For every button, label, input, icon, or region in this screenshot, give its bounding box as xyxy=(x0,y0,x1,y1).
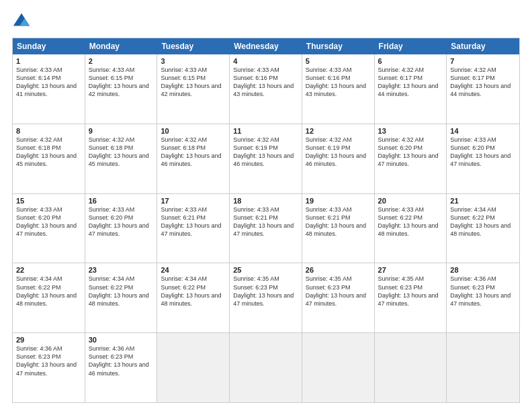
calendar-cell: 22Sunrise: 4:34 AM Sunset: 6:22 PM Dayli… xyxy=(13,263,85,332)
cell-info: Sunrise: 4:33 AM Sunset: 6:16 PM Dayligh… xyxy=(306,66,371,99)
calendar-cell: 17Sunrise: 4:33 AM Sunset: 6:21 PM Dayli… xyxy=(157,194,230,263)
cell-info: Sunrise: 4:34 AM Sunset: 6:22 PM Dayligh… xyxy=(161,275,226,308)
cell-info: Sunrise: 4:34 AM Sunset: 6:22 PM Dayligh… xyxy=(89,275,154,308)
day-number: 1 xyxy=(16,57,81,65)
calendar-cell: 19Sunrise: 4:33 AM Sunset: 6:21 PM Dayli… xyxy=(302,194,375,263)
day-number: 28 xyxy=(450,266,516,274)
cell-info: Sunrise: 4:33 AM Sunset: 6:20 PM Dayligh… xyxy=(450,136,516,169)
calendar-cell: 15Sunrise: 4:33 AM Sunset: 6:20 PM Dayli… xyxy=(13,194,85,263)
calendar-cell: 20Sunrise: 4:33 AM Sunset: 6:22 PM Dayli… xyxy=(375,194,447,263)
calendar-cell: 2Sunrise: 4:33 AM Sunset: 6:15 PM Daylig… xyxy=(85,54,158,124)
calendar-cell: 9Sunrise: 4:32 AM Sunset: 6:18 PM Daylig… xyxy=(85,124,158,193)
header-day-saturday: Saturday xyxy=(447,38,519,54)
cell-info: Sunrise: 4:32 AM Sunset: 6:18 PM Dayligh… xyxy=(16,136,81,169)
day-number: 8 xyxy=(16,127,81,135)
day-number: 14 xyxy=(450,127,516,135)
calendar-cell: 30Sunrise: 4:36 AM Sunset: 6:23 PM Dayli… xyxy=(85,333,158,402)
cell-info: Sunrise: 4:35 AM Sunset: 6:23 PM Dayligh… xyxy=(378,275,443,308)
day-number: 19 xyxy=(306,197,371,205)
day-number: 7 xyxy=(450,57,516,65)
cell-info: Sunrise: 4:33 AM Sunset: 6:20 PM Dayligh… xyxy=(16,205,81,238)
day-number: 9 xyxy=(89,127,154,135)
calendar-cell: 23Sunrise: 4:34 AM Sunset: 6:22 PM Dayli… xyxy=(85,263,158,332)
cell-info: Sunrise: 4:32 AM Sunset: 6:19 PM Dayligh… xyxy=(233,136,298,169)
cell-info: Sunrise: 4:33 AM Sunset: 6:21 PM Dayligh… xyxy=(306,205,371,238)
cell-info: Sunrise: 4:33 AM Sunset: 6:16 PM Dayligh… xyxy=(233,66,298,99)
day-number: 4 xyxy=(233,57,298,65)
cell-info: Sunrise: 4:32 AM Sunset: 6:18 PM Dayligh… xyxy=(161,136,226,169)
cell-info: Sunrise: 4:36 AM Sunset: 6:23 PM Dayligh… xyxy=(16,345,81,377)
day-number: 10 xyxy=(161,127,226,135)
page: SundayMondayTuesdayWednesdayThursdayFrid… xyxy=(0,0,532,411)
day-number: 12 xyxy=(306,127,371,135)
header-day-friday: Friday xyxy=(375,38,447,54)
cell-info: Sunrise: 4:33 AM Sunset: 6:21 PM Dayligh… xyxy=(233,205,298,238)
cell-info: Sunrise: 4:36 AM Sunset: 6:23 PM Dayligh… xyxy=(89,345,154,377)
day-number: 22 xyxy=(16,266,81,274)
cell-info: Sunrise: 4:32 AM Sunset: 6:17 PM Dayligh… xyxy=(378,66,443,99)
calendar-cell: 1Sunrise: 4:33 AM Sunset: 6:14 PM Daylig… xyxy=(13,54,85,124)
cell-info: Sunrise: 4:33 AM Sunset: 6:20 PM Dayligh… xyxy=(89,205,154,238)
calendar-cell: 13Sunrise: 4:32 AM Sunset: 6:20 PM Dayli… xyxy=(375,124,447,193)
day-number: 20 xyxy=(378,197,443,205)
cell-info: Sunrise: 4:32 AM Sunset: 6:18 PM Dayligh… xyxy=(89,136,154,169)
cell-info: Sunrise: 4:32 AM Sunset: 6:20 PM Dayligh… xyxy=(378,136,443,169)
calendar-row-2: 15Sunrise: 4:33 AM Sunset: 6:20 PM Dayli… xyxy=(13,193,519,263)
day-number: 13 xyxy=(378,127,443,135)
cell-info: Sunrise: 4:33 AM Sunset: 6:15 PM Dayligh… xyxy=(89,66,154,99)
day-number: 29 xyxy=(16,336,81,344)
cell-info: Sunrise: 4:33 AM Sunset: 6:15 PM Dayligh… xyxy=(161,66,226,99)
header-day-wednesday: Wednesday xyxy=(230,38,302,54)
calendar-cell xyxy=(302,333,375,402)
calendar-cell: 3Sunrise: 4:33 AM Sunset: 6:15 PM Daylig… xyxy=(157,54,230,124)
day-number: 27 xyxy=(378,266,443,274)
calendar-cell: 6Sunrise: 4:32 AM Sunset: 6:17 PM Daylig… xyxy=(375,54,447,124)
cell-info: Sunrise: 4:35 AM Sunset: 6:23 PM Dayligh… xyxy=(306,275,371,308)
header-day-monday: Monday xyxy=(85,38,158,54)
cell-info: Sunrise: 4:35 AM Sunset: 6:23 PM Dayligh… xyxy=(233,275,298,308)
cell-info: Sunrise: 4:33 AM Sunset: 6:21 PM Dayligh… xyxy=(161,205,226,238)
calendar-row-3: 22Sunrise: 4:34 AM Sunset: 6:22 PM Dayli… xyxy=(13,263,519,332)
calendar-cell xyxy=(230,333,302,402)
day-number: 21 xyxy=(450,197,516,205)
calendar-cell xyxy=(157,333,230,402)
day-number: 17 xyxy=(161,197,226,205)
header xyxy=(12,12,520,31)
cell-info: Sunrise: 4:32 AM Sunset: 6:17 PM Dayligh… xyxy=(450,66,516,99)
calendar-row-1: 8Sunrise: 4:32 AM Sunset: 6:18 PM Daylig… xyxy=(13,124,519,193)
calendar-cell: 12Sunrise: 4:32 AM Sunset: 6:19 PM Dayli… xyxy=(302,124,375,193)
calendar-row-4: 29Sunrise: 4:36 AM Sunset: 6:23 PM Dayli… xyxy=(13,332,519,402)
logo-icon xyxy=(12,12,31,31)
calendar-cell: 21Sunrise: 4:34 AM Sunset: 6:22 PM Dayli… xyxy=(447,194,519,263)
day-number: 23 xyxy=(89,266,154,274)
calendar-cell: 7Sunrise: 4:32 AM Sunset: 6:17 PM Daylig… xyxy=(447,54,519,124)
logo xyxy=(12,12,34,31)
calendar: SundayMondayTuesdayWednesdayThursdayFrid… xyxy=(12,38,520,403)
day-number: 2 xyxy=(89,57,154,65)
calendar-cell: 18Sunrise: 4:33 AM Sunset: 6:21 PM Dayli… xyxy=(230,194,302,263)
day-number: 15 xyxy=(16,197,81,205)
cell-info: Sunrise: 4:33 AM Sunset: 6:14 PM Dayligh… xyxy=(16,66,81,99)
calendar-cell: 14Sunrise: 4:33 AM Sunset: 6:20 PM Dayli… xyxy=(447,124,519,193)
header-day-sunday: Sunday xyxy=(13,38,85,54)
calendar-cell: 25Sunrise: 4:35 AM Sunset: 6:23 PM Dayli… xyxy=(230,263,302,332)
calendar-cell: 27Sunrise: 4:35 AM Sunset: 6:23 PM Dayli… xyxy=(375,263,447,332)
calendar-row-0: 1Sunrise: 4:33 AM Sunset: 6:14 PM Daylig… xyxy=(13,54,519,124)
calendar-header: SundayMondayTuesdayWednesdayThursdayFrid… xyxy=(13,38,519,54)
calendar-cell: 8Sunrise: 4:32 AM Sunset: 6:18 PM Daylig… xyxy=(13,124,85,193)
calendar-cell: 4Sunrise: 4:33 AM Sunset: 6:16 PM Daylig… xyxy=(230,54,302,124)
cell-info: Sunrise: 4:36 AM Sunset: 6:23 PM Dayligh… xyxy=(450,275,516,308)
day-number: 3 xyxy=(161,57,226,65)
calendar-cell: 5Sunrise: 4:33 AM Sunset: 6:16 PM Daylig… xyxy=(302,54,375,124)
calendar-cell xyxy=(375,333,447,402)
calendar-body: 1Sunrise: 4:33 AM Sunset: 6:14 PM Daylig… xyxy=(13,54,519,402)
day-number: 11 xyxy=(233,127,298,135)
calendar-cell: 16Sunrise: 4:33 AM Sunset: 6:20 PM Dayli… xyxy=(85,194,158,263)
calendar-cell: 10Sunrise: 4:32 AM Sunset: 6:18 PM Dayli… xyxy=(157,124,230,193)
calendar-cell xyxy=(447,333,519,402)
calendar-cell: 11Sunrise: 4:32 AM Sunset: 6:19 PM Dayli… xyxy=(230,124,302,193)
cell-info: Sunrise: 4:32 AM Sunset: 6:19 PM Dayligh… xyxy=(306,136,371,169)
calendar-cell: 26Sunrise: 4:35 AM Sunset: 6:23 PM Dayli… xyxy=(302,263,375,332)
day-number: 16 xyxy=(89,197,154,205)
day-number: 18 xyxy=(233,197,298,205)
